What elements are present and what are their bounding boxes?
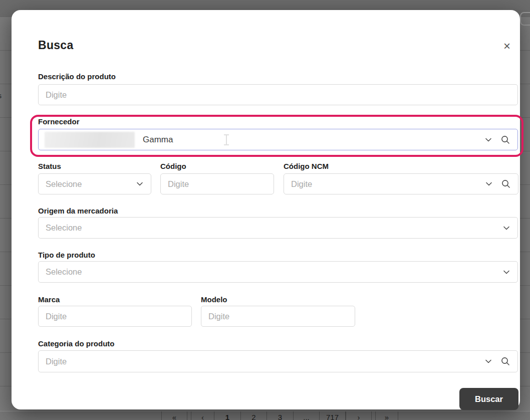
pagination-page-1[interactable]: 1 <box>214 411 240 420</box>
categoria-combobox[interactable]: Digite <box>38 350 518 372</box>
background-text-fragment: s <box>0 91 2 100</box>
categoria-placeholder: Digite <box>46 357 67 366</box>
chevron-down-icon <box>484 357 492 365</box>
chevron-down-icon <box>484 136 492 144</box>
origem-select[interactable]: Selecione <box>38 217 518 239</box>
text-cursor <box>224 134 229 145</box>
modal-title: Busca <box>38 39 74 52</box>
origem-label: Origem da mercadoria <box>38 206 118 215</box>
modelo-input[interactable] <box>201 306 355 327</box>
origem-placeholder: Selecione <box>46 223 82 233</box>
codigo-ncm-placeholder: Digite <box>291 179 312 189</box>
chevron-down-icon <box>502 268 510 276</box>
pagination-next-button[interactable]: › <box>346 411 372 420</box>
buscar-button[interactable]: Buscar <box>459 388 518 410</box>
tipo-select[interactable]: Selecione <box>38 261 518 283</box>
fornecedor-combobox[interactable] <box>38 129 518 150</box>
pagination-page-2[interactable]: 2 <box>240 411 267 420</box>
pagination-ellipsis: ... <box>293 411 319 420</box>
close-icon[interactable]: × <box>500 39 514 53</box>
pagination-page-717[interactable]: 717 <box>319 411 346 420</box>
descricao-label: Descrição do produto <box>38 72 116 81</box>
status-placeholder: Selecione <box>46 179 82 189</box>
pagination-page-3[interactable]: 3 <box>267 411 293 420</box>
modelo-label: Modelo <box>201 295 227 304</box>
codigo-input[interactable] <box>160 173 274 194</box>
chevron-down-icon <box>136 180 144 188</box>
marca-label: Marca <box>38 295 60 304</box>
background-corner-button <box>520 12 530 26</box>
codigo-ncm-combobox[interactable]: Digite <box>284 173 518 194</box>
pagination-bar: « ‹ 1 2 3 ... 717 › » <box>0 411 530 420</box>
pagination-prev-button[interactable]: ‹ <box>191 411 214 420</box>
categoria-label: Categoria do produto <box>38 339 115 348</box>
chevron-down-icon <box>485 180 493 188</box>
redacted-supplier-tag <box>45 132 135 148</box>
marca-input[interactable] <box>38 306 192 327</box>
fornecedor-input[interactable] <box>143 135 218 145</box>
search-icon[interactable] <box>500 356 510 366</box>
status-label: Status <box>38 162 61 170</box>
pagination-last-button[interactable]: » <box>375 411 398 420</box>
codigo-ncm-label: Código NCM <box>284 162 329 170</box>
codigo-label: Código <box>160 162 186 170</box>
pagination-first-button[interactable]: « <box>161 411 187 420</box>
search-icon[interactable] <box>500 135 510 145</box>
chevron-down-icon <box>502 224 510 232</box>
descricao-input[interactable] <box>38 84 518 105</box>
search-icon[interactable] <box>501 179 511 189</box>
tipo-label: Tipo de produto <box>38 251 95 259</box>
fornecedor-label: Fornecedor <box>38 117 80 126</box>
tipo-placeholder: Selecione <box>46 267 82 277</box>
search-modal: Busca × Descrição do produto Fornecedor … <box>12 10 520 409</box>
status-select[interactable]: Selecione <box>38 173 151 194</box>
